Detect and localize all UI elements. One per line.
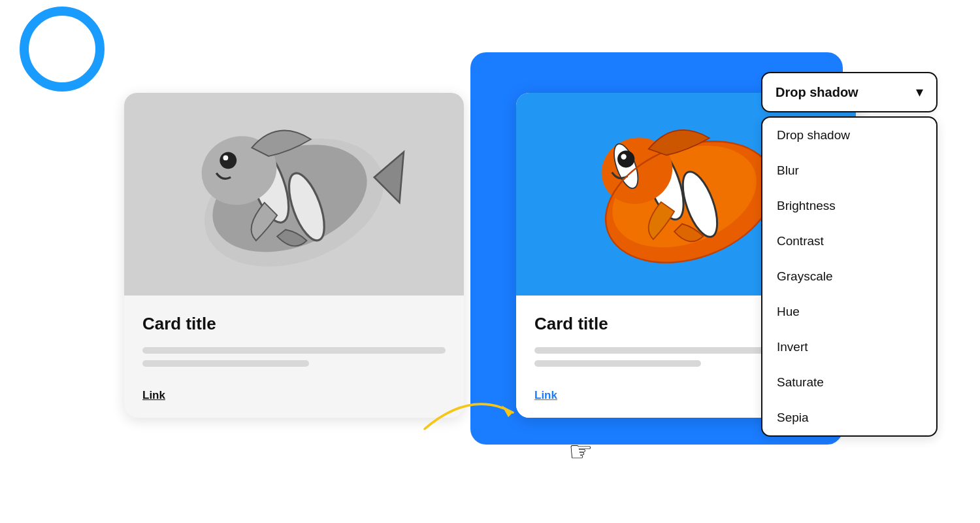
dropdown-item[interactable]: Contrast	[762, 224, 936, 259]
right-card-line-2	[534, 360, 701, 367]
dropdown-trigger[interactable]: Drop shadow ▾	[761, 72, 938, 112]
cards-area: Card title Link	[124, 93, 856, 418]
dropdown-item[interactable]: Brightness	[762, 188, 936, 224]
arrow-decoration	[412, 377, 529, 445]
svg-point-21	[621, 154, 626, 159]
svg-point-7	[220, 152, 237, 169]
right-card-link[interactable]: Link	[534, 389, 557, 402]
dropdown-item[interactable]: Blur	[762, 153, 936, 188]
blue-circle-decoration	[20, 7, 105, 92]
dropdown-selected-label: Drop shadow	[776, 85, 858, 100]
dropdown-item[interactable]: Sepia	[762, 400, 936, 435]
cursor-icon: ☞	[568, 435, 593, 467]
svg-point-8	[223, 155, 229, 160]
scene: Card title Link	[0, 0, 980, 523]
chevron-down-icon: ▾	[916, 84, 923, 101]
dropdown-item[interactable]: Hue	[762, 294, 936, 329]
dropdown-item[interactable]: Grayscale	[762, 259, 936, 294]
left-card-link[interactable]: Link	[142, 389, 165, 402]
dropdown-item[interactable]: Invert	[762, 329, 936, 365]
dropdown-item[interactable]: Drop shadow	[762, 118, 936, 153]
svg-point-20	[617, 150, 634, 167]
dropdown-menu: Drop shadowBlurBrightnessContrastGraysca…	[761, 116, 938, 437]
left-card-title: Card title	[142, 314, 446, 334]
left-card: Card title Link	[124, 93, 464, 418]
left-card-image	[124, 93, 464, 295]
left-card-line-1	[142, 347, 446, 354]
dropdown-area: Drop shadow ▾ Drop shadowBlurBrightnessC…	[761, 72, 938, 437]
left-card-line-2	[142, 360, 309, 367]
dropdown-item[interactable]: Saturate	[762, 365, 936, 400]
